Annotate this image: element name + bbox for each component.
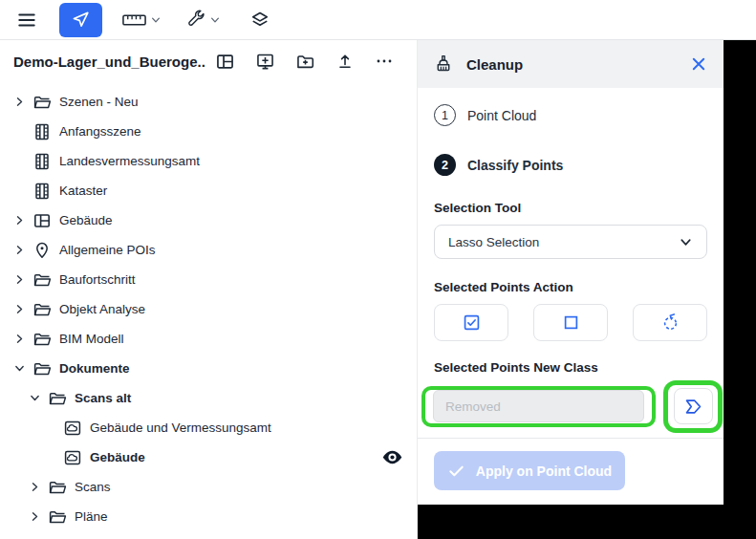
tree-item-bim-modell[interactable]: BIM Modell bbox=[0, 324, 417, 354]
chevron-down-icon bbox=[150, 14, 162, 26]
apply-on-point-cloud-button[interactable]: Apply on Point Cloud bbox=[434, 451, 625, 490]
panel-title: Cleanup bbox=[466, 56, 523, 73]
add-folder-icon bbox=[295, 52, 315, 72]
select-tool-button[interactable] bbox=[59, 3, 102, 37]
project-tree-panel: Demo-Lager_und_Bueroge... Szenen - Neu A… bbox=[0, 40, 418, 539]
folder-icon bbox=[32, 330, 52, 349]
step-number: 1 bbox=[434, 104, 456, 126]
point-cloud-icon bbox=[63, 448, 82, 467]
chevron-down-icon[interactable] bbox=[29, 392, 48, 404]
tree-item-kataster[interactable]: Kataster bbox=[0, 176, 417, 205]
tree-item-label: Landesvermessungsamt bbox=[59, 154, 200, 168]
layers-icon bbox=[249, 10, 270, 31]
tree-item-anfangsszene[interactable]: Anfangsszene bbox=[0, 117, 417, 146]
tree-item-dokumente[interactable]: Dokumente bbox=[0, 354, 417, 383]
selected-points-action-label: Selected Points Action bbox=[434, 280, 707, 294]
tree-item-gebaeude-pointcloud[interactable]: Gebäude bbox=[0, 442, 417, 472]
tree-item-label: Gebäude und Vermessungsamt bbox=[90, 420, 271, 435]
chevron-right-icon[interactable] bbox=[13, 244, 32, 256]
layout-view-button[interactable] bbox=[215, 52, 235, 72]
wrench-icon bbox=[186, 10, 206, 30]
add-scene-button[interactable] bbox=[255, 52, 275, 72]
tree-item-label: Szenen - Neu bbox=[59, 95, 139, 109]
chevron-right-icon[interactable] bbox=[13, 303, 32, 315]
step-point-cloud[interactable]: 1 Point Cloud bbox=[434, 104, 707, 126]
highlight-frame-input bbox=[421, 386, 656, 427]
deselect-points-button[interactable] bbox=[533, 304, 608, 341]
tree-item-plaene[interactable]: Pläne bbox=[0, 502, 417, 531]
add-folder-button[interactable] bbox=[295, 52, 315, 72]
layout-icon bbox=[32, 211, 52, 230]
selected-points-new-class-label: Selected Points New Class bbox=[434, 360, 707, 375]
chevron-right-icon[interactable] bbox=[13, 333, 32, 345]
checkbox-checked-icon bbox=[462, 313, 482, 333]
new-class-row bbox=[434, 378, 707, 434]
tree-item-label: Kataster bbox=[59, 183, 107, 198]
add-scene-icon bbox=[255, 52, 275, 72]
step-label: Point Cloud bbox=[467, 108, 536, 123]
tree-item-label: Baufortschritt bbox=[59, 272, 136, 287]
step-classify-points[interactable]: 2 Classify Points bbox=[434, 154, 707, 176]
tree-item-gebaeude-group[interactable]: Gebäude bbox=[0, 205, 417, 235]
tree-item-scans-alt[interactable]: Scans alt bbox=[0, 383, 417, 413]
chevron-right-icon[interactable] bbox=[29, 510, 48, 523]
reset-selection-button[interactable] bbox=[633, 304, 707, 341]
new-class-input[interactable] bbox=[433, 390, 644, 422]
selection-tool-value: Lasso Selection bbox=[448, 235, 539, 249]
measure-tool-button[interactable] bbox=[116, 7, 167, 33]
apply-class-lasso-button[interactable] bbox=[674, 388, 713, 424]
cleanup-panel: Cleanup 1 Point Cloud 2 Classify Points … bbox=[418, 40, 724, 505]
tree-item-objekt-analyse[interactable]: Objekt Analyse bbox=[0, 294, 417, 324]
broom-icon bbox=[433, 54, 454, 75]
square-icon bbox=[561, 313, 581, 333]
chevron-right-icon[interactable] bbox=[13, 273, 32, 286]
chevron-right-icon[interactable] bbox=[13, 96, 32, 108]
divider bbox=[418, 438, 724, 439]
tree-item-szenen-neu[interactable]: Szenen - Neu bbox=[0, 87, 417, 117]
folder-icon bbox=[48, 507, 67, 527]
menu-button[interactable] bbox=[15, 9, 38, 32]
tree-item-allgemeine-pois[interactable]: Allgemeine POIs bbox=[0, 235, 417, 265]
selection-tool-label: Selection Tool bbox=[434, 201, 707, 215]
chevron-down-icon bbox=[209, 14, 221, 26]
tree-item-label: Scans alt bbox=[75, 391, 131, 405]
tree-item-label: Gebäude bbox=[90, 450, 145, 464]
step-label: Classify Points bbox=[467, 158, 563, 173]
tree-item-label: Pläne bbox=[75, 509, 108, 524]
more-options-button[interactable] bbox=[375, 52, 394, 71]
tree-item-label: Scans bbox=[75, 480, 111, 494]
check-icon bbox=[447, 462, 465, 480]
tools-menu-button[interactable] bbox=[181, 6, 227, 33]
selection-tool-dropdown[interactable]: Lasso Selection bbox=[434, 225, 707, 259]
tree-item-gebaeude-und-vermessungsamt[interactable]: Gebäude und Vermessungsamt bbox=[0, 413, 417, 442]
chevron-down-icon[interactable] bbox=[13, 362, 32, 375]
folder-icon bbox=[32, 359, 52, 378]
apply-button-label: Apply on Point Cloud bbox=[476, 464, 612, 479]
layout-icon bbox=[215, 52, 235, 72]
chevron-right-icon[interactable] bbox=[29, 481, 48, 493]
upload-button[interactable] bbox=[335, 52, 355, 71]
layers-button[interactable] bbox=[244, 6, 276, 34]
top-toolbar bbox=[0, 0, 756, 40]
ruler-icon bbox=[121, 11, 147, 30]
scene-icon bbox=[32, 182, 52, 201]
tree-item-landesvermessungsamt[interactable]: Landesvermessungsamt bbox=[0, 146, 417, 176]
close-icon[interactable] bbox=[689, 54, 708, 74]
folder-icon bbox=[32, 270, 52, 290]
reset-icon bbox=[660, 313, 680, 333]
app-window: Demo-Lager_und_Bueroge... Szenen - Neu A… bbox=[0, 0, 756, 539]
tree-item-scans[interactable]: Scans bbox=[0, 472, 417, 502]
tree-item-label: BIM Modell bbox=[59, 332, 124, 346]
point-cloud-icon bbox=[63, 419, 82, 438]
folder-icon bbox=[32, 93, 52, 112]
visibility-eye-icon[interactable] bbox=[380, 447, 404, 467]
select-arrow-icon bbox=[70, 9, 92, 31]
chevron-right-icon[interactable] bbox=[13, 214, 32, 226]
selected-points-action-buttons bbox=[434, 304, 707, 341]
folder-icon bbox=[48, 389, 67, 408]
cleanup-panel-body: 1 Point Cloud 2 Classify Points Selectio… bbox=[418, 88, 724, 505]
step-number: 2 bbox=[434, 154, 456, 176]
tree-item-label: Objekt Analyse bbox=[59, 302, 145, 316]
tree-item-baufortschritt[interactable]: Baufortschritt bbox=[0, 265, 417, 294]
select-points-button[interactable] bbox=[434, 304, 508, 341]
